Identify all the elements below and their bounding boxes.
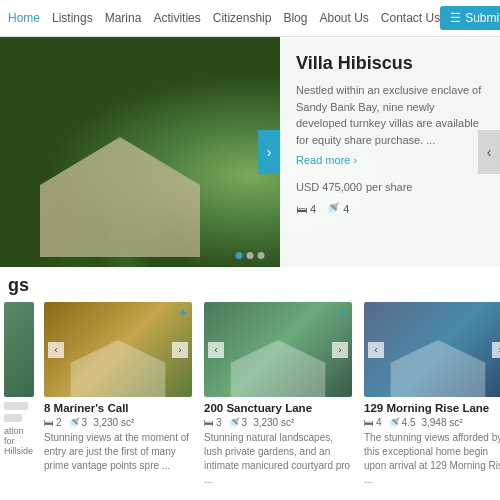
listing-card-3-wrapper: ‹ › ✦ 129 Morning Rise Lane 🛏 4 🚿 4.5 3,… (358, 302, 500, 493)
listing-baths-2: 🚿 3 (228, 417, 248, 428)
main-nav: Home Listings Marina Activities Citizens… (0, 0, 500, 37)
listing-thumb-1: ‹ › ✦ (44, 302, 192, 397)
hero-next-arrow[interactable]: › (258, 130, 280, 174)
bath-icon: 🚿 (326, 202, 340, 215)
hamburger-icon: ☰ (450, 11, 461, 25)
partial-listing-card: ation forHillside (0, 302, 38, 493)
hero-title: Villa Hibiscus (296, 53, 484, 74)
chevron-right-icon: › (267, 144, 272, 160)
read-more-arrow-icon: › (353, 154, 357, 166)
listing-meta-3: 🛏 4 🚿 4.5 3,948 sc² (364, 417, 500, 428)
hero-amenities: 🛏 4 🚿 4 (296, 202, 484, 215)
listing-star-1: ✦ (178, 306, 188, 320)
listing-area-3: 3,948 sc² (421, 417, 462, 428)
submit-label: Submit Property (465, 11, 500, 25)
listing-beds-2: 🛏 3 (204, 417, 222, 428)
partial-thumb (4, 302, 34, 397)
thumb-next-arrow-2[interactable]: › (332, 342, 348, 358)
listing-desc-1: Stunning views at the moment of entry ar… (44, 431, 192, 473)
hero-beds: 🛏 4 (296, 202, 316, 215)
nav-item-blog[interactable]: Blog (283, 11, 307, 25)
nav-item-about[interactable]: About Us (319, 11, 368, 25)
thumb-next-arrow-3[interactable]: › (492, 342, 500, 358)
listing-card-1-wrapper: ‹ › ✦ 8 Mariner's Call 🛏 2 🚿 3 3,230 sc²… (38, 302, 198, 493)
hero-baths: 🚿 4 (326, 202, 349, 215)
thumb-arrows-2: ‹ › (204, 342, 352, 358)
submit-property-button[interactable]: ☰ Submit Property (440, 6, 500, 30)
listing-name-1: 8 Mariner's Call (44, 402, 192, 414)
listing-beds-3: 🛏 4 (364, 417, 382, 428)
hero-dot-1[interactable] (236, 252, 243, 259)
listing-meta-1: 🛏 2 🚿 3 3,230 sc² (44, 417, 192, 428)
listings-header: gs (0, 275, 500, 302)
listing-card-3: ‹ › ✦ 129 Morning Rise Lane 🛏 4 🚿 4.5 3,… (358, 302, 500, 493)
listing-card-2-wrapper: ‹ › ✦ 200 Sanctuary Lane 🛏 3 🚿 3 3,230 s… (198, 302, 358, 493)
listing-desc-2: Stunning natural landscapes, lush privat… (204, 431, 352, 487)
listing-area-2: 3,230 sc² (253, 417, 294, 428)
listing-beds-1: 🛏 2 (44, 417, 62, 428)
listing-thumb-3: ‹ › ✦ (364, 302, 500, 397)
listings-section: gs ation forHillside ‹ › ✦ 8 Mariner's C… (0, 267, 500, 500)
bed-icon: 🛏 (296, 203, 307, 215)
thumb-arrows-3: ‹ › (364, 342, 500, 358)
thumb-prev-arrow-2[interactable]: ‹ (208, 342, 224, 358)
listing-name-2: 200 Sanctuary Lane (204, 402, 352, 414)
thumb-arrows-1: ‹ › (44, 342, 192, 358)
listing-area-1: 3,230 sc² (93, 417, 134, 428)
hero-prev-arrow[interactable]: ‹ (478, 130, 500, 174)
thumb-next-arrow-1[interactable]: › (172, 342, 188, 358)
listing-meta-2: 🛏 3 🚿 3 3,230 sc² (204, 417, 352, 428)
thumb-prev-arrow-3[interactable]: ‹ (368, 342, 384, 358)
nav-items: Home Listings Marina Activities Citizens… (8, 11, 440, 25)
thumb-prev-arrow-1[interactable]: ‹ (48, 342, 64, 358)
nav-item-listings[interactable]: Listings (52, 11, 93, 25)
chevron-left-icon: ‹ (487, 144, 492, 160)
hero-dot-2[interactable] (247, 252, 254, 259)
hero-info-card: Villa Hibiscus Nestled within an exclusi… (280, 37, 500, 267)
nav-item-contact[interactable]: Contact Us (381, 11, 440, 25)
hero-price: USD 475,000 per share (296, 178, 484, 194)
listing-card-2: ‹ › ✦ 200 Sanctuary Lane 🛏 3 🚿 3 3,230 s… (198, 302, 358, 493)
listings-row: ation forHillside ‹ › ✦ 8 Mariner's Call… (0, 302, 500, 493)
listing-star-2: ✦ (338, 306, 348, 320)
hero-description: Nestled within an exclusive enclave of S… (296, 82, 484, 148)
listing-name-3: 129 Morning Rise Lane (364, 402, 500, 414)
nav-item-marina[interactable]: Marina (105, 11, 142, 25)
listing-baths-3: 🚿 4.5 (388, 417, 416, 428)
listing-desc-3: The stunning views afforded by this exce… (364, 431, 500, 487)
hero-section: › ‹ Villa Hibiscus Nestled within an exc… (0, 37, 500, 267)
listing-baths-1: 🚿 3 (68, 417, 88, 428)
hero-dot-3[interactable] (258, 252, 265, 259)
nav-item-activities[interactable]: Activities (153, 11, 200, 25)
nav-item-citizenship[interactable]: Citizenship (213, 11, 272, 25)
nav-item-home[interactable]: Home (8, 11, 40, 25)
listing-thumb-2: ‹ › ✦ (204, 302, 352, 397)
hero-read-more-link[interactable]: Read more › (296, 154, 484, 166)
hero-dots (236, 252, 265, 259)
listing-card-1: ‹ › ✦ 8 Mariner's Call 🛏 2 🚿 3 3,230 sc²… (38, 302, 198, 479)
